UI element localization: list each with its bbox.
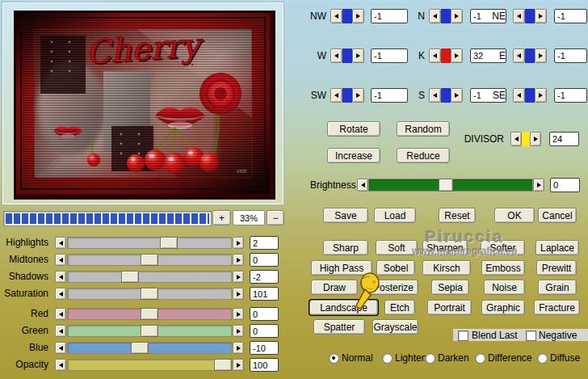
preset-spatter-button[interactable]: Spatter xyxy=(313,319,365,335)
spinner-knob[interactable] xyxy=(441,88,451,103)
shadows-right-arrow[interactable] xyxy=(233,271,244,283)
right-arrow-icon[interactable] xyxy=(535,48,547,63)
preset-soft-button[interactable]: Soft xyxy=(376,240,418,255)
highlights-right-arrow[interactable] xyxy=(233,237,244,249)
preset-fracture-button[interactable]: Fracture xyxy=(534,300,580,315)
right-arrow-icon[interactable] xyxy=(530,132,541,146)
spinner-knob[interactable] xyxy=(342,48,352,63)
left-arrow-icon[interactable] xyxy=(510,132,522,146)
red-slider-track[interactable] xyxy=(67,308,232,320)
blue-slider-track[interactable] xyxy=(67,342,232,354)
shadows-slider-thumb[interactable] xyxy=(121,271,139,283)
spinner-knob[interactable] xyxy=(342,88,352,103)
right-arrow-icon[interactable] xyxy=(535,88,547,103)
blue-right-arrow[interactable] xyxy=(233,342,244,354)
increase-button[interactable]: Increase xyxy=(327,148,380,163)
right-arrow-icon[interactable] xyxy=(352,48,364,63)
k-spinner[interactable] xyxy=(429,48,463,63)
midtones-slider-thumb[interactable] xyxy=(141,254,158,266)
left-arrow-icon[interactable] xyxy=(330,9,342,23)
shadows-left-arrow[interactable] xyxy=(55,271,66,283)
spinner-knob[interactable] xyxy=(522,132,530,146)
reset-button[interactable]: Reset xyxy=(439,208,476,223)
left-arrow-icon[interactable] xyxy=(429,88,441,103)
highlights-slider-thumb[interactable] xyxy=(160,237,178,249)
midtones-value-field[interactable]: 0 xyxy=(250,253,279,267)
opacity-value-field[interactable]: 100 xyxy=(250,358,279,372)
e-spinner[interactable] xyxy=(513,48,547,63)
opacity-slider-thumb[interactable] xyxy=(214,359,232,371)
cancel-button[interactable]: Cancel xyxy=(538,208,577,223)
preset-laplace-button[interactable]: Laplace xyxy=(536,240,579,255)
ne-spinner[interactable] xyxy=(513,9,547,23)
midtones-right-arrow[interactable] xyxy=(233,254,244,266)
spinner-knob[interactable] xyxy=(525,88,535,103)
preset-etch-button[interactable]: Etch xyxy=(384,300,415,315)
diffuse-radio[interactable] xyxy=(537,353,548,364)
right-arrow-icon[interactable] xyxy=(451,9,463,23)
spinner-knob[interactable] xyxy=(525,9,535,23)
red-right-arrow[interactable] xyxy=(233,308,244,320)
blue-value-field[interactable]: -10 xyxy=(250,341,279,355)
left-arrow-icon[interactable] xyxy=(513,48,525,63)
blend-last-checkbox[interactable] xyxy=(458,331,468,341)
ok-button[interactable]: OK xyxy=(494,208,535,223)
saturation-value-field[interactable]: 101 xyxy=(250,287,279,301)
left-arrow-icon[interactable] xyxy=(429,9,441,23)
spinner-knob[interactable] xyxy=(441,48,451,63)
preset-sharp-button[interactable]: Sharp xyxy=(323,240,368,255)
spinner-knob[interactable] xyxy=(525,48,535,63)
preset-graphic-button[interactable]: Graphic xyxy=(481,300,525,315)
sw-spinner[interactable] xyxy=(330,88,364,103)
preset-emboss-button[interactable]: Emboss xyxy=(481,260,525,276)
preset-grayscale-button[interactable]: Grayscale xyxy=(372,319,418,335)
reduce-button[interactable]: Reduce xyxy=(397,148,450,163)
se-value-field[interactable]: -1 xyxy=(554,88,587,103)
preset-grain-button[interactable]: Grain xyxy=(538,280,577,295)
brightness-value-field[interactable]: 0 xyxy=(550,178,580,192)
preset-prewitt-button[interactable]: Prewitt xyxy=(536,260,577,276)
green-left-arrow[interactable] xyxy=(55,325,66,337)
opacity-left-arrow[interactable] xyxy=(55,359,66,371)
divisor-spinner[interactable] xyxy=(510,132,541,146)
saturation-right-arrow[interactable] xyxy=(233,288,244,300)
green-slider-thumb[interactable] xyxy=(141,325,158,337)
se-spinner[interactable] xyxy=(513,88,547,103)
saturation-slider-track[interactable] xyxy=(67,288,232,300)
load-button[interactable]: Load xyxy=(374,208,416,223)
red-value-field[interactable]: 0 xyxy=(250,307,279,321)
left-arrow-icon[interactable] xyxy=(330,48,342,63)
zoom-in-button[interactable]: + xyxy=(212,210,231,225)
brightness-slider-thumb[interactable] xyxy=(439,179,453,192)
highlights-slider-track[interactable] xyxy=(67,237,232,249)
s-spinner[interactable] xyxy=(429,88,463,103)
brightness-left-arrow[interactable] xyxy=(357,179,368,192)
preset-portrait-button[interactable]: Portrait xyxy=(427,300,472,315)
midtones-slider-track[interactable] xyxy=(67,254,232,266)
nw-spinner[interactable] xyxy=(330,9,364,23)
difference-radio[interactable] xyxy=(475,353,485,364)
random-button[interactable]: Random xyxy=(397,121,450,137)
opacity-right-arrow[interactable] xyxy=(233,359,244,371)
preview-image[interactable]: Cherry Cherry vetr xyxy=(15,11,275,199)
left-arrow-icon[interactable] xyxy=(513,88,525,103)
right-arrow-icon[interactable] xyxy=(352,9,364,23)
spinner-knob[interactable] xyxy=(441,9,451,23)
highlights-left-arrow[interactable] xyxy=(55,237,66,249)
saturation-slider-thumb[interactable] xyxy=(141,288,158,300)
normal-radio[interactable] xyxy=(329,353,339,364)
left-arrow-icon[interactable] xyxy=(429,48,441,63)
zoom-out-button[interactable]: − xyxy=(267,210,284,225)
ne-value-field[interactable]: -1 xyxy=(554,9,587,23)
w-spinner[interactable] xyxy=(330,48,364,63)
rotate-button[interactable]: Rotate xyxy=(327,121,380,137)
highlights-value-field[interactable]: 2 xyxy=(250,236,279,250)
green-slider-track[interactable] xyxy=(67,325,232,337)
preset-noise-button[interactable]: Noise xyxy=(484,280,525,295)
preset-draw-button[interactable]: Draw xyxy=(311,280,358,295)
midtones-left-arrow[interactable] xyxy=(55,254,66,266)
negative-checkbox[interactable] xyxy=(526,331,536,341)
left-arrow-icon[interactable] xyxy=(513,9,525,23)
preset-sobel-button[interactable]: Sobel xyxy=(376,260,415,276)
green-value-field[interactable]: 0 xyxy=(250,324,279,338)
